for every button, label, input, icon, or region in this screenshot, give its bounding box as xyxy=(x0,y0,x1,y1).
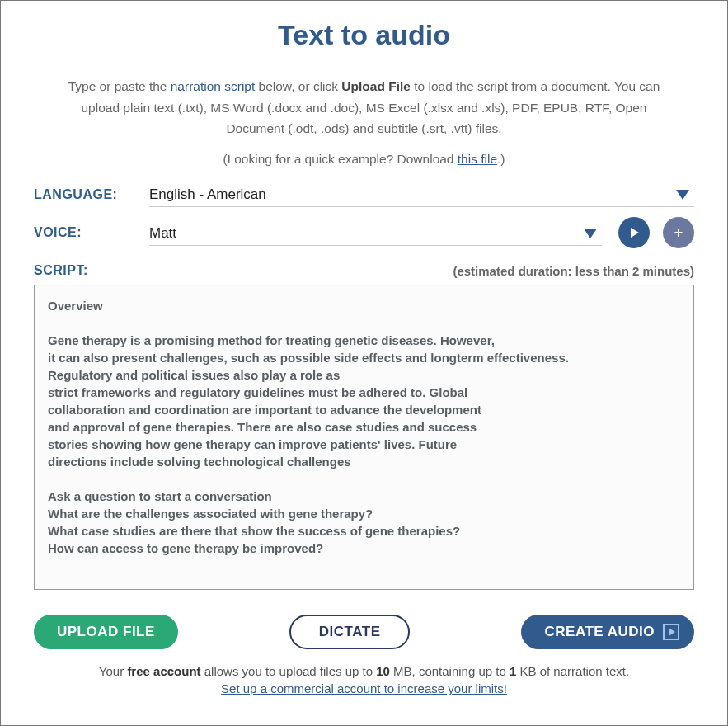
script-textarea[interactable] xyxy=(34,285,694,590)
chevron-down-icon xyxy=(676,190,689,200)
narration-script-link[interactable]: narration script xyxy=(171,79,256,93)
example-line: (Looking for a quick example? Download t… xyxy=(34,152,694,167)
estimated-duration: (estimated duration: less than 2 minutes… xyxy=(453,264,694,278)
add-voice-button[interactable]: + xyxy=(663,217,694,248)
play-box-icon xyxy=(663,624,679,640)
dictate-button[interactable]: DICTATE xyxy=(289,615,411,649)
upload-file-button[interactable]: UPLOAD FILE xyxy=(34,615,178,649)
voice-selected-value: Matt xyxy=(149,225,176,242)
intro-segment: Type or paste the xyxy=(68,79,171,93)
action-button-row: UPLOAD FILE DICTATE CREATE AUDIO xyxy=(34,615,694,649)
voice-label: VOICE: xyxy=(34,225,141,240)
footer-segment: MB, containing up to xyxy=(390,664,510,678)
play-icon xyxy=(669,628,675,636)
voice-select[interactable]: Matt xyxy=(149,220,602,246)
chevron-down-icon xyxy=(584,229,597,238)
language-selected-value: English - American xyxy=(149,186,266,203)
language-select[interactable]: English - American xyxy=(149,182,694,207)
intro-segment: below, or click xyxy=(255,79,341,93)
page-title: Text to audio xyxy=(34,19,694,51)
footer-segment: KB of narration text. xyxy=(516,664,629,678)
footer-strong: free account xyxy=(127,664,200,678)
example-segment: (Looking for a quick example? Download xyxy=(223,152,457,166)
footer-text: Your free account allows you to upload f… xyxy=(34,664,694,695)
commercial-account-link[interactable]: Set up a commercial account to increase … xyxy=(34,681,694,695)
play-icon xyxy=(631,228,639,238)
download-example-link[interactable]: this file xyxy=(458,152,497,166)
preview-voice-button[interactable] xyxy=(618,217,650,248)
plus-icon: + xyxy=(674,225,683,240)
voice-row: VOICE: Matt + xyxy=(34,217,694,248)
example-segment: .) xyxy=(497,152,505,166)
footer-segment: allows you to upload files up to xyxy=(201,664,377,678)
create-audio-label: CREATE AUDIO xyxy=(544,624,655,640)
language-row: LANGUAGE: English - American xyxy=(34,182,694,207)
footer-segment: Your xyxy=(99,664,127,678)
create-audio-button[interactable]: CREATE AUDIO xyxy=(521,615,694,649)
footer-strong: 10 xyxy=(376,664,390,678)
script-header-row: SCRIPT: (estimated duration: less than 2… xyxy=(34,263,694,278)
intro-text: Type or paste the narration script below… xyxy=(51,76,678,139)
upload-file-strong: Upload File xyxy=(341,79,411,93)
language-label: LANGUAGE: xyxy=(34,187,141,202)
script-label: SCRIPT: xyxy=(34,263,88,278)
